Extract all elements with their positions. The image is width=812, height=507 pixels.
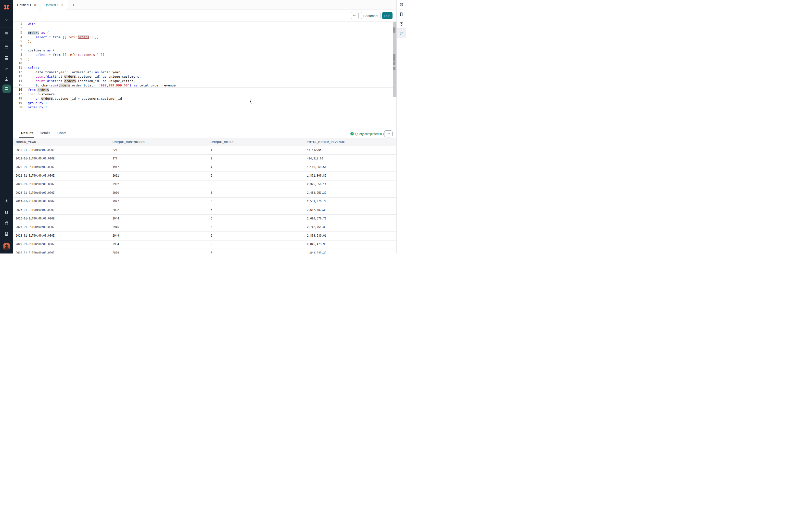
results-tab-results[interactable]: Results: [21, 131, 34, 135]
table-cell: 4: [211, 163, 212, 171]
user-avatar[interactable]: [3, 243, 10, 249]
right-sidebar: [397, 0, 406, 253]
explore-compass-icon[interactable]: [397, 0, 406, 9]
table-cell: 2954: [112, 240, 119, 248]
code-line-5[interactable]: 5),: [13, 40, 393, 44]
code-line-16[interactable]: 16from orders: [13, 88, 393, 92]
code-line-2[interactable]: 2: [13, 26, 393, 31]
tab-label: Untitled 1: [44, 3, 59, 7]
line-number: 16: [13, 88, 22, 92]
code-text: date_trunc('year', ordered_at) as order_…: [28, 70, 122, 74]
code-line-11[interactable]: 11select: [13, 66, 393, 70]
tab-untitled-2[interactable]: Untitled 1 ✕: [40, 0, 68, 10]
line-number: 13: [13, 74, 22, 79]
table-cell: 2026-01-01T00:00:00.000Z: [16, 215, 54, 223]
table-row[interactable]: 2020-01-01T00:00:00.000Z191741,115,869.5…: [13, 163, 397, 172]
workspace-laptop-icon[interactable]: [2, 84, 11, 93]
table-cell: 6: [211, 223, 212, 231]
table-cell: 1,115,869.51: [307, 163, 326, 171]
table-body[interactable]: 2018-01-01T00:00:00.000Z221144,442.65201…: [13, 146, 397, 253]
templates-clipboard-icon[interactable]: [2, 197, 11, 206]
table-cell: 44,442.65: [307, 146, 321, 154]
code-line-8[interactable]: 8 select * from {{ ref('customers') }}: [13, 53, 393, 57]
history-clock-icon[interactable]: [397, 19, 406, 29]
multi-window-icon[interactable]: [2, 64, 11, 72]
results-more-button[interactable]: •••: [384, 130, 393, 137]
docs-book-icon[interactable]: [2, 219, 11, 227]
projects-drawer-icon[interactable]: [2, 29, 11, 38]
table-cell: 2023-01-01T00:00:00.000Z: [16, 189, 54, 197]
code-line-18[interactable]: 18 on orders.customer_id = customers.cus…: [13, 97, 393, 101]
table-cell: 2024-01-01T00:00:00.000Z: [16, 198, 54, 206]
cell-toolbar: ••• Bookmark Run: [13, 10, 397, 21]
editor-scrollbar[interactable]: [393, 22, 397, 97]
code-line-6[interactable]: 6: [13, 44, 393, 48]
code-line-4[interactable]: 4 select * from {{ ref('orders') }}: [13, 35, 393, 40]
code-text: with: [28, 22, 36, 26]
new-tab-button[interactable]: +: [68, 0, 79, 10]
column-header-unique_cities[interactable]: UNIQUE_CITIES: [211, 138, 234, 146]
table-cell: 6: [211, 240, 212, 248]
hex-logo-icon: [3, 4, 10, 10]
table-cell: 6: [211, 180, 212, 188]
code-text: group by 1: [28, 101, 47, 105]
code-line-10[interactable]: 10: [13, 61, 393, 66]
table-cell: 6: [211, 215, 212, 223]
results-tab-chart[interactable]: Chart: [57, 131, 66, 135]
results-tab-details[interactable]: Details: [40, 131, 50, 135]
table-cell: 2020-01-01T00:00:00.000Z: [16, 163, 54, 171]
code-line-9[interactable]: 9): [13, 57, 393, 61]
column-header-order_year[interactable]: ORDER_YEAR: [16, 138, 36, 146]
table-row[interactable]: 2018-01-01T00:00:00.000Z221144,442.65: [13, 146, 397, 155]
hex-logo[interactable]: [0, 0, 13, 14]
table-row[interactable]: 2021-01-01T00:00:00.000Z266161,871,800.8…: [13, 172, 397, 180]
code-line-19[interactable]: 19group by 1: [13, 101, 393, 105]
table-row[interactable]: 2022-01-01T00:00:00.000Z290262,325,556.1…: [13, 180, 397, 189]
table-row[interactable]: 2029-01-01T00:00:00.000Z295462,845,473.9…: [13, 240, 397, 249]
code-line-15[interactable]: 15 to_char(sum(orders.order_total), '999…: [13, 83, 393, 88]
line-number: 7: [13, 48, 22, 53]
support-headset-icon[interactable]: [2, 208, 11, 216]
explore-compass-icon[interactable]: [2, 75, 11, 83]
close-icon[interactable]: ✕: [34, 3, 37, 7]
line-number: 1: [13, 22, 22, 26]
close-icon[interactable]: ✕: [61, 3, 64, 7]
sql-editor[interactable]: 1with23orders as (4 select * from {{ ref…: [13, 21, 397, 129]
table-cell: 2: [211, 155, 212, 163]
table-cell: 1917: [112, 163, 119, 171]
table-row[interactable]: 2023-01-01T00:00:00.000Z293062,453,253.3…: [13, 189, 397, 198]
column-header-unique_customers[interactable]: UNIQUE_CUSTOMERS: [112, 138, 145, 146]
table-row[interactable]: 2025-01-01T00:00:00.000Z293262,617,453.3…: [13, 206, 397, 215]
column-header-total_order_revenue[interactable]: TOTAL_ORDER_REVENUE: [307, 138, 345, 146]
table-row[interactable]: 2024-01-01T00:00:00.000Z292762,551,076.7…: [13, 198, 397, 206]
bookmark-button[interactable]: Bookmark: [361, 12, 380, 19]
table-row[interactable]: 2026-01-01T00:00:00.000Z294462,690,570.7…: [13, 215, 397, 223]
table-row[interactable]: 2027-01-01T00:00:00.000Z294662,742,751.3…: [13, 223, 397, 232]
code-line-1[interactable]: 1with: [13, 22, 393, 26]
code-text: ),: [28, 40, 32, 44]
run-button[interactable]: Run: [382, 12, 393, 19]
code-line-13[interactable]: 13 count(distinct orders.customer_id) as…: [13, 74, 393, 79]
table-row[interactable]: 2030-01-01T00:00:00.000Z287961,841,049.3…: [13, 249, 397, 253]
more-options-button[interactable]: •••: [351, 12, 359, 19]
organization-building-icon[interactable]: [2, 229, 11, 238]
table-cell: 2902: [112, 180, 119, 188]
home-icon[interactable]: [2, 16, 11, 24]
code-line-7[interactable]: 7customers as (: [13, 48, 393, 53]
code-window-icon[interactable]: [2, 54, 11, 62]
ai-assistant-chat-icon[interactable]: [397, 29, 406, 38]
code-line-3[interactable]: 3orders as (: [13, 31, 393, 35]
code-line-20[interactable]: 20order by 1: [13, 105, 393, 110]
code-text: on orders.customer_id = customers.custom…: [28, 97, 122, 101]
left-sidebar: [0, 0, 13, 253]
tab-untitled-1[interactable]: Untitled 1 ✕: [13, 0, 40, 10]
code-line-12[interactable]: 12 date_trunc('year', ordered_at) as ord…: [13, 70, 393, 74]
code-line-14[interactable]: 14 count(distinct orders.location_id) as…: [13, 79, 393, 83]
table-row[interactable]: 2019-01-01T00:00:00.000Z9772494,818.00: [13, 155, 397, 163]
apps-grid-icon[interactable]: [2, 42, 11, 51]
table-row[interactable]: 2028-01-01T00:00:00.000Z294962,808,539.0…: [13, 232, 397, 240]
table-cell: 1,841,049.32: [307, 249, 326, 253]
code-text: to_char(sum(orders.order_total), '999,99…: [28, 83, 176, 88]
code-line-17[interactable]: 17join customers: [13, 92, 393, 97]
bookmark-icon[interactable]: [397, 9, 406, 19]
